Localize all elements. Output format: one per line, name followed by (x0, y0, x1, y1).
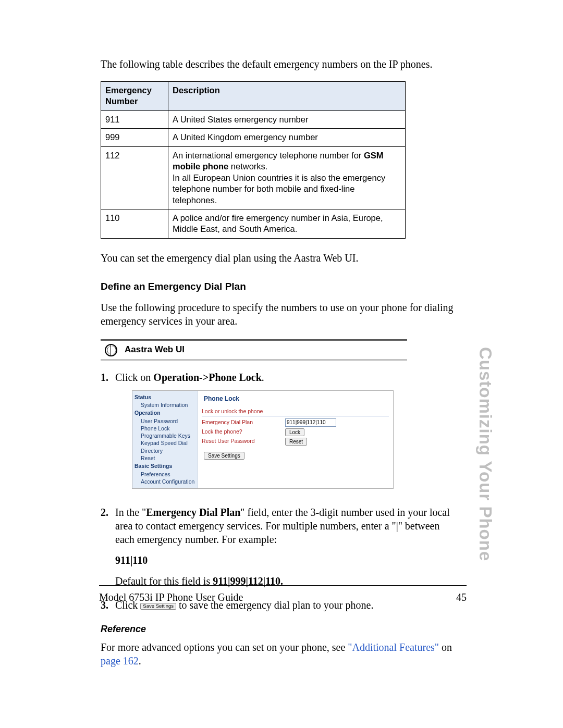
cell-description: A United Kingdom emergency number (168, 129, 406, 146)
aastra-label: Aastra Web UI (125, 344, 185, 355)
sidebar-item-programmable-keys[interactable]: Programmable Keys (134, 432, 197, 439)
sidebar-item-phone-lock[interactable]: Phone Lock (134, 425, 197, 432)
row-lock-phone: Lock the phone? Lock (202, 428, 389, 436)
sidebar-section-operation: Operation (134, 409, 197, 417)
cell-description: A police and/or fire emergency number in… (168, 209, 406, 238)
save-settings-inline-button: Save Settings (140, 603, 176, 609)
emergency-numbers-table: Emergency Number Description 911 A Unite… (101, 81, 406, 239)
th-emergency-number: Emergency Number (101, 82, 168, 111)
cell-number: 110 (101, 209, 168, 238)
step-body: In the "Emergency Dial Plan" field, ente… (115, 505, 455, 592)
footer-left: Model 6753i IP Phone User Guide (99, 591, 243, 603)
side-tab-title: Customizing Your Phone (475, 347, 495, 368)
sidebar-item-preferences[interactable]: Preferences (134, 471, 197, 478)
save-wrap: Save Settings (204, 452, 389, 460)
cell-number: 112 (101, 146, 168, 209)
after-table-text: You can set the emergency dial plan usin… (101, 251, 455, 265)
input-emergency-dial-plan[interactable] (285, 418, 336, 427)
table-row: 999 A United Kingdom emergency number (101, 129, 406, 146)
sidebar-item-user-password[interactable]: User Password (134, 417, 197, 425)
th-description: Description (168, 82, 406, 111)
default-note: Default for this field is 911|999|112|11… (115, 574, 455, 588)
webui-panel: Status System Information Operation User… (132, 390, 394, 489)
cell-number: 911 (101, 110, 168, 128)
webui-section-header: Lock or unlock the phone (202, 408, 389, 416)
sidebar-section-basic-settings: Basic Settings (134, 462, 197, 471)
label-emergency-dial-plan: Emergency Dial Plan (202, 419, 285, 426)
table-row: 110 A police and/or fire emergency numbe… (101, 209, 406, 238)
reference-heading: Reference (101, 623, 455, 635)
step-1: 1. Click on Operation->Phone Lock. Statu… (101, 371, 455, 499)
row-emergency-dial-plan: Emergency Dial Plan (202, 418, 389, 427)
reset-button[interactable]: Reset (285, 438, 307, 446)
sidebar-item-keypad-speed-dial[interactable]: Keypad Speed Dial (134, 439, 197, 447)
webui-sidebar: Status System Information Operation User… (132, 391, 198, 488)
page-footer: Model 6753i IP Phone User Guide 45 (99, 591, 467, 603)
step-2: 2. In the "Emergency Dial Plan" field, e… (101, 505, 455, 592)
step-number: 2. (101, 505, 115, 519)
step-body: Click on Operation->Phone Lock. Status S… (115, 371, 455, 499)
sidebar-section-status: Status (134, 393, 197, 402)
lock-button[interactable]: Lock (285, 428, 304, 436)
webui-screenshot: Status System Information Operation User… (132, 390, 455, 489)
cell-number: 999 (101, 129, 168, 146)
table-row: 112 An international emergency telephone… (101, 146, 406, 209)
aastra-web-ui-bar: Aastra Web UI (101, 339, 407, 361)
cell-description: An international emergency telephone num… (168, 146, 406, 209)
globe-icon (105, 344, 117, 356)
link-page-162[interactable]: page 162 (101, 655, 139, 667)
label-lock-phone: Lock the phone? (202, 428, 285, 436)
sidebar-item-system-information[interactable]: System Information (134, 401, 197, 409)
webui-title: Phone Lock (204, 395, 389, 403)
cell-description: A United States emergency number (168, 110, 406, 128)
sidebar-item-directory[interactable]: Directory (134, 447, 197, 454)
footer-rule (99, 585, 467, 586)
sidebar-item-reset[interactable]: Reset (134, 454, 197, 462)
webui-main: Phone Lock Lock or unlock the phone Emer… (198, 391, 393, 488)
row-reset-password: Reset User Password Reset (202, 438, 389, 446)
table-row: 911 A United States emergency number (101, 110, 406, 128)
steps-list: 1. Click on Operation->Phone Lock. Statu… (101, 371, 455, 612)
link-additional-features[interactable]: "Additional Features" (348, 641, 439, 653)
example-numbers: 911|110 (115, 553, 455, 567)
save-settings-button[interactable]: Save Settings (204, 452, 244, 460)
footer-page-number: 45 (456, 591, 467, 603)
section-body: Use the following procedure to specify t… (101, 301, 455, 328)
reference-body: For more advanced options you can set on… (101, 640, 455, 668)
sidebar-item-account-configuration[interactable]: Account Configuration (134, 478, 197, 485)
label-reset-password: Reset User Password (202, 438, 285, 445)
intro-text: The following table describes the defaul… (101, 57, 455, 71)
step-number: 1. (101, 371, 115, 384)
section-heading: Define an Emergency Dial Plan (101, 280, 455, 293)
